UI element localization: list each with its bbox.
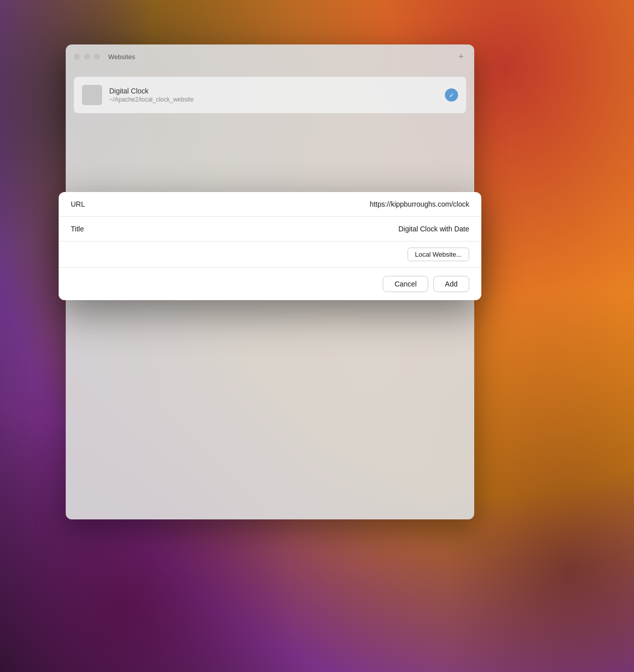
url-row: URL https://kippburroughs.com/clock	[59, 192, 481, 217]
modal-footer: Cancel Add	[59, 268, 481, 300]
window-title: Websites	[108, 53, 135, 61]
local-website-button[interactable]: Local Website...	[407, 248, 469, 261]
website-favicon	[82, 85, 102, 105]
website-info: Digital Clock ~/Apache2/local_clock_webs…	[109, 87, 438, 103]
selected-checkmark: ✓	[445, 88, 458, 102]
close-button[interactable]	[74, 54, 80, 60]
title-label: Title	[71, 225, 111, 233]
website-name: Digital Clock	[109, 87, 438, 95]
url-value: https://kippburroughs.com/clock	[370, 200, 469, 208]
website-path: ~/Apache2/local_clock_website	[109, 96, 438, 103]
title-row: Title Digital Clock with Date	[59, 217, 481, 242]
add-button[interactable]: Add	[433, 276, 469, 292]
cancel-button[interactable]: Cancel	[383, 276, 428, 292]
website-list-item[interactable]: Digital Clock ~/Apache2/local_clock_webs…	[74, 77, 466, 113]
title-value: Digital Clock with Date	[398, 225, 469, 233]
maximize-button[interactable]	[94, 54, 100, 60]
add-website-button[interactable]: +	[456, 52, 466, 62]
add-website-modal: URL https://kippburroughs.com/clock Titl…	[59, 192, 481, 300]
minimize-button[interactable]	[84, 54, 90, 60]
modal-body: URL https://kippburroughs.com/clock Titl…	[59, 192, 481, 268]
local-website-row: Local Website...	[59, 242, 481, 268]
titlebar: Websites +	[66, 44, 474, 69]
url-label: URL	[71, 200, 111, 208]
